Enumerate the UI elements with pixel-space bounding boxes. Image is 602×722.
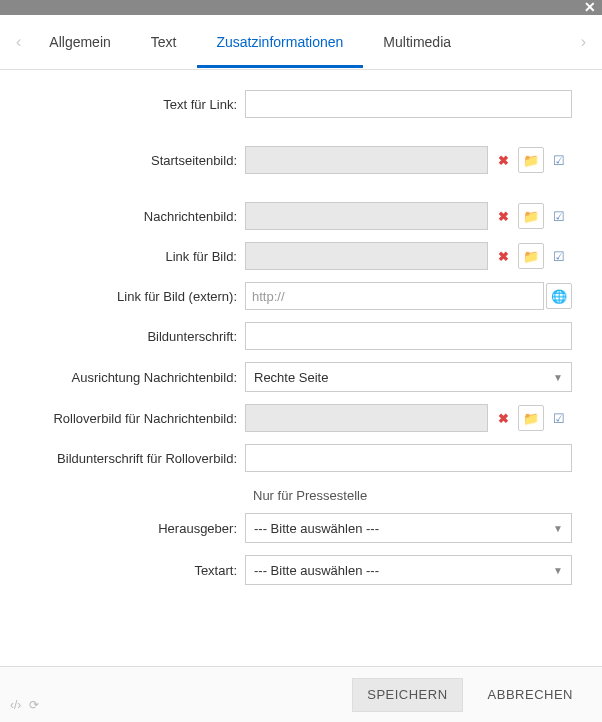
tab-multimedia[interactable]: Multimedia (363, 16, 471, 68)
tab-allgemein[interactable]: Allgemein (29, 16, 130, 68)
link-image-extern-input[interactable] (245, 282, 544, 310)
start-image-input[interactable] (245, 146, 488, 174)
cancel-button[interactable]: ABBRECHEN (473, 678, 588, 712)
check-icon[interactable]: ☑ (546, 243, 572, 269)
rollover-caption-input[interactable] (245, 444, 572, 472)
check-icon[interactable]: ☑ (546, 405, 572, 431)
chevron-down-icon: ▼ (553, 565, 563, 576)
label-publisher: Herausgeber: (10, 521, 245, 536)
label-link-image-extern: Link für Bild (extern): (10, 289, 245, 304)
delete-icon[interactable]: ✖ (490, 203, 516, 229)
label-link-image: Link für Bild: (10, 249, 245, 264)
label-text-for-link: Text für Link: (10, 97, 245, 112)
check-icon[interactable]: ☑ (546, 147, 572, 173)
tab-scroll-left[interactable]: ‹ (8, 33, 29, 51)
label-start-image: Startseitenbild: (10, 153, 245, 168)
text-type-select[interactable]: --- Bitte auswählen --- ▼ (245, 555, 572, 585)
tab-scroll-right[interactable]: › (573, 33, 594, 51)
alignment-value: Rechte Seite (254, 370, 328, 385)
caption-input[interactable] (245, 322, 572, 350)
dialog-footer: ‹/› ⟳ SPEICHERN ABBRECHEN (0, 666, 602, 722)
label-text-type: Textart: (10, 563, 245, 578)
save-button[interactable]: SPEICHERN (352, 678, 462, 712)
rollover-image-input[interactable] (245, 404, 488, 432)
label-caption: Bildunterschrift: (10, 329, 245, 344)
link-image-input[interactable] (245, 242, 488, 270)
news-image-input[interactable] (245, 202, 488, 230)
code-icon[interactable]: ‹/› (10, 698, 21, 712)
delete-icon[interactable]: ✖ (490, 405, 516, 431)
alignment-select[interactable]: Rechte Seite ▼ (245, 362, 572, 392)
text-type-value: --- Bitte auswählen --- (254, 563, 379, 578)
tab-zusatzinformationen[interactable]: Zusatzinformationen (197, 16, 364, 68)
chevron-down-icon: ▼ (553, 372, 563, 383)
dialog-titlebar: ✕ (0, 0, 602, 15)
label-alignment: Ausrichtung Nachrichtenbild: (10, 370, 245, 385)
label-rollover-caption: Bildunterschrift für Rolloverbild: (10, 451, 245, 466)
tabs: Allgemein Text Zusatzinformationen Multi… (29, 16, 471, 68)
form-area: Text für Link: Startseitenbild: ✖ 📁 ☑ Na… (0, 70, 602, 607)
text-for-link-input[interactable] (245, 90, 572, 118)
check-icon[interactable]: ☑ (546, 203, 572, 229)
label-news-image: Nachrichtenbild: (10, 209, 245, 224)
close-icon[interactable]: ✕ (584, 0, 596, 15)
browse-icon[interactable]: 📁 (518, 203, 544, 229)
delete-icon[interactable]: ✖ (490, 147, 516, 173)
footer-tools: ‹/› ⟳ (10, 698, 39, 712)
globe-icon[interactable]: 🌐 (546, 283, 572, 309)
browse-icon[interactable]: 📁 (518, 147, 544, 173)
tab-text[interactable]: Text (131, 16, 197, 68)
section-press-only: Nur für Pressestelle (253, 488, 572, 503)
chevron-down-icon: ▼ (553, 523, 563, 534)
delete-icon[interactable]: ✖ (490, 243, 516, 269)
publisher-select[interactable]: --- Bitte auswählen --- ▼ (245, 513, 572, 543)
label-rollover: Rolloverbild für Nachrichtenbild: (10, 411, 245, 426)
browse-icon[interactable]: 📁 (518, 405, 544, 431)
refresh-icon[interactable]: ⟳ (29, 698, 39, 712)
publisher-value: --- Bitte auswählen --- (254, 521, 379, 536)
browse-icon[interactable]: 📁 (518, 243, 544, 269)
tab-bar: ‹ Allgemein Text Zusatzinformationen Mul… (0, 15, 602, 70)
